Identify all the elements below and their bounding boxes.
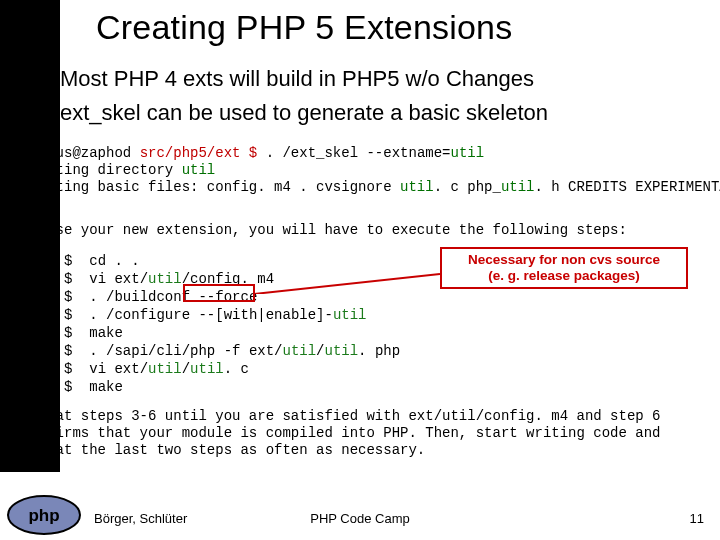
footer: php Börger, Schlüter PHP Code Camp 11 — [0, 472, 720, 540]
check-icon: ☑ — [14, 64, 37, 95]
footer-page-number: 11 — [690, 511, 704, 526]
slide: Creating PHP 5 Extensions ☑ ☑ Most PHP 4… — [0, 0, 720, 540]
slide-title: Creating PHP 5 Extensions — [96, 8, 512, 47]
bullet-text: Most PHP 4 exts will build in PHP5 w/o C… — [60, 66, 534, 92]
instruction-text: To use your new extension, you will have… — [22, 222, 698, 238]
check-icon: ☑ — [14, 98, 37, 129]
repeat-instructions: Repeat steps 3-6 until you are satisfied… — [22, 408, 698, 459]
steps-list: 1. $ cd . . 2. $ vi ext/util/config. m4 … — [22, 252, 400, 396]
callout-line1: Necessary for non cvs source — [468, 252, 660, 268]
terminal-output: marcus@zaphod src/php5/ext $ . /ext_skel… — [22, 145, 698, 196]
footer-center: PHP Code Camp — [0, 511, 720, 526]
force-highlight-box — [183, 284, 255, 302]
bullet-text: ext_skel can be used to generate a basic… — [60, 100, 548, 126]
callout-box: Necessary for non cvs source (e. g. rele… — [440, 247, 688, 289]
callout-line2: (e. g. release packages) — [488, 268, 640, 284]
